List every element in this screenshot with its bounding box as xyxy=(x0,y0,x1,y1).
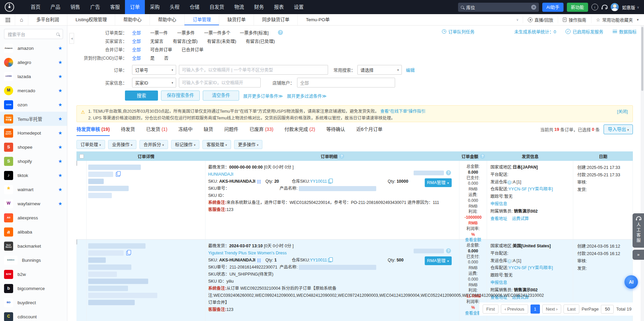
warehouse-sku-link[interactable]: YY10011 xyxy=(310,257,327,264)
nav-item-10[interactable]: 物流 xyxy=(229,0,249,14)
copy-icon[interactable] xyxy=(116,172,120,177)
nav-item-6[interactable]: 采购 xyxy=(145,0,165,14)
user-version-menu[interactable]: 如意版 ∨ xyxy=(622,4,639,10)
filter-option[interactable]: 有留言(全部) xyxy=(173,38,198,44)
status-tab-6[interactable]: 已废弃 (33) xyxy=(250,126,273,136)
search-button[interactable]: 搜索 xyxy=(125,91,158,101)
workspace-tab-6[interactable]: 同步缺货订单 xyxy=(254,14,297,25)
favorite-star-icon[interactable]: ★ xyxy=(58,130,62,136)
sidebar-item-ozon[interactable]: OZONozon★ xyxy=(0,98,67,112)
guide-button[interactable]: 操作指南 xyxy=(558,16,591,23)
product-title-link[interactable]: HUNIANDAJI xyxy=(208,172,233,177)
filter-option[interactable]: 有留言(未处理) xyxy=(207,38,236,44)
workspace-tab-3[interactable]: 帮助中心 xyxy=(150,14,184,25)
workspace-tab-2[interactable]: 帮助中心 xyxy=(115,14,150,25)
buyer-id-select[interactable]: 买家ID▾ xyxy=(132,78,176,87)
sidebar-item-walmart[interactable]: *walmart★ xyxy=(0,182,67,197)
order-type-select[interactable]: 订单号▾ xyxy=(132,65,176,75)
avatar[interactable] xyxy=(611,3,619,11)
filter-option[interactable]: 一票多件[标准] xyxy=(240,29,268,36)
workspace-tab-7[interactable]: Temu-PO单 xyxy=(297,14,338,25)
sidebar-item-shopify[interactable]: Sshopify★ xyxy=(0,154,67,168)
select-all-checkbox[interactable] xyxy=(79,154,84,158)
perpage-input[interactable] xyxy=(601,305,614,314)
favorite-star-icon[interactable]: ★ xyxy=(58,88,62,93)
status-tab-1[interactable]: 待发货 xyxy=(121,126,135,136)
sidebar-item-mercado[interactable]: Mmercado★ xyxy=(0,83,67,98)
clear-conditions-button[interactable]: 清空条件 xyxy=(203,91,239,101)
live-replay-button[interactable]: 直播/回放 xyxy=(523,16,558,23)
save-search-button[interactable]: 保存搜索条件 xyxy=(161,91,200,101)
app-logo-icon[interactable] xyxy=(5,2,14,12)
rma-manage-button[interactable]: RMA管理 ▼ xyxy=(425,178,452,187)
nav-item-11[interactable]: 财务 xyxy=(249,0,269,14)
favorite-star-icon[interactable]: ★ xyxy=(58,45,62,51)
sku-grid-icon[interactable] xyxy=(257,258,261,262)
clear-search-icon[interactable]: ✕ xyxy=(531,5,536,10)
more-order-conditions-link[interactable]: 展开更多订单条件≫ xyxy=(243,93,283,99)
favorite-star-icon[interactable]: ★ xyxy=(58,102,62,107)
row-checkbox[interactable] xyxy=(76,160,77,166)
filter-option[interactable]: 无留言 xyxy=(150,38,163,44)
rma-manage-button[interactable]: RMA管理 ▼ xyxy=(425,256,452,265)
last-page-button[interactable]: Last xyxy=(564,305,579,314)
action-button-业务操作[interactable]: 业务操作▾ xyxy=(108,140,137,149)
buyer-id-input[interactable] xyxy=(179,78,261,87)
status-tab-2[interactable]: 已发货 (1) xyxy=(146,126,167,136)
sidebar-item-amazon[interactable]: Amazonamazon★ xyxy=(0,41,67,55)
declare-info-link[interactable]: 申报信息 xyxy=(490,280,507,285)
sidebar-item-aliexpress[interactable]: Alialiexpress xyxy=(0,211,67,225)
filter-option[interactable]: 全部 xyxy=(132,29,141,36)
edit-common-search-link[interactable]: 编辑 xyxy=(406,67,415,73)
import-export-button[interactable]: 导入导出▾ xyxy=(604,124,633,134)
collapse-widget-button[interactable]: » xyxy=(633,250,644,260)
favorite-star-icon[interactable]: ★ xyxy=(58,187,62,192)
ai-assistant-button[interactable]: AI助手 xyxy=(542,3,563,12)
status-tab-4[interactable]: 缺货 xyxy=(204,126,213,136)
home-icon[interactable]: ⌂ xyxy=(15,14,28,25)
filter-option[interactable]: 是 xyxy=(150,55,155,61)
prev-page-button[interactable]: ‹ Previous xyxy=(501,305,528,314)
sidebar-item-buydirect[interactable]: BDbuydirect xyxy=(0,295,67,310)
nav-item-1[interactable]: 产品 xyxy=(45,0,65,14)
favorite-star-icon[interactable]: ★ xyxy=(58,158,62,164)
filter-option[interactable]: 一票多件 xyxy=(177,29,195,36)
filter-option[interactable]: 否 xyxy=(164,55,168,61)
action-button-标记操作[interactable]: 标记操作▾ xyxy=(171,140,200,149)
filter-option[interactable]: 全部 xyxy=(132,46,141,52)
nav-item-9[interactable]: 自发货 xyxy=(204,0,229,14)
sidebar-item-alibaba[interactable]: aalibaba xyxy=(0,225,67,239)
close-notice-link[interactable]: [关闭] xyxy=(617,108,628,115)
order-queue-tasks-link[interactable]: 订单队列任务 xyxy=(442,28,475,35)
mark-service-link[interactable]: ✓ 已启用标发服务 xyxy=(566,28,603,35)
apps-grid-icon[interactable] xyxy=(5,17,10,22)
workspace-tab-4[interactable]: 订单管理 xyxy=(184,14,219,25)
favorite-star-icon[interactable]: ★ xyxy=(58,201,62,206)
favorites-button[interactable]: ☆ 常用功能收藏夹 ▼ xyxy=(591,16,644,23)
freight-estimate-link[interactable]: 运费试算 xyxy=(512,215,529,223)
status-tab-3[interactable]: 冻结中 xyxy=(179,126,193,136)
sidebar-item-bigcommerce[interactable]: bbigcommerce xyxy=(0,281,67,295)
sidebar-item-allegro[interactable]: allegro★ xyxy=(0,55,67,69)
sidebar-item-shopee[interactable]: Sshopee★ xyxy=(0,140,67,154)
copy-icon[interactable] xyxy=(328,180,331,183)
window-scrollbar[interactable] xyxy=(641,26,644,321)
filter-option[interactable]: 可合并订单 xyxy=(150,46,172,52)
copy-icon[interactable] xyxy=(126,251,130,255)
sku-grid-icon[interactable] xyxy=(257,180,261,183)
favorite-star-icon[interactable]: ★ xyxy=(58,60,62,65)
unsynced-orders-stat-link[interactable]: 未生成系统单统计：0 xyxy=(514,28,556,35)
sidebar-item-Homedepot[interactable]: HOME DEPOTHomedepot★ xyxy=(0,126,67,140)
shop-account-input[interactable] xyxy=(297,78,395,87)
filter-option[interactable]: 已合并订单 xyxy=(182,46,203,52)
product-title-link[interactable]: Yigutest Trendy Plus Size Women's Dress xyxy=(208,251,287,255)
status-tab-8[interactable]: 等待确认 xyxy=(326,126,345,136)
favorite-star-icon[interactable]: ★ xyxy=(58,173,62,178)
filter-option[interactable]: 全部 xyxy=(132,38,141,44)
nav-item-7[interactable]: 头程 xyxy=(165,0,185,14)
online-order-guide-link[interactable]: 查看"在线下单"操作指引 xyxy=(380,109,425,114)
sidebar-item-wayfairnew[interactable]: Wwayfairnew★ xyxy=(0,197,67,211)
help-icon[interactable] xyxy=(339,154,344,159)
nav-item-2[interactable]: 销售 xyxy=(65,0,85,14)
order-number-input[interactable] xyxy=(179,65,328,75)
